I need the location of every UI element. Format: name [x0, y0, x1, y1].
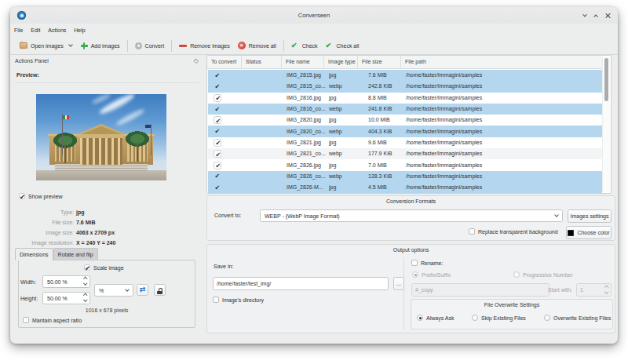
table-row[interactable]: IMG_2816.jpgjpg8.8 MiB/home/faster/Immag… [208, 93, 602, 104]
images-directory-checkbox[interactable] [213, 297, 219, 303]
table-row[interactable]: IMG_2820_co...webp404.3 KiB/home/faster/… [208, 126, 602, 136]
float-panel-icon[interactable]: ◇ [194, 57, 199, 64]
minimize-button[interactable] [583, 13, 586, 18]
row-checkbox[interactable] [214, 116, 221, 124]
swap-icon: ⇄ [140, 286, 146, 293]
replace-transparent-background-checkbox[interactable] [469, 228, 475, 235]
row-checkbox[interactable] [214, 82, 221, 90]
cell-file-path: /home/faster/Immagini/samples [402, 149, 602, 158]
column-header-file-size[interactable]: File size [358, 56, 401, 68]
always-ask-radio[interactable] [417, 315, 423, 321]
column-header-status[interactable]: Status [242, 56, 282, 68]
column-header-image-type[interactable]: Image type [324, 56, 358, 68]
table-scrollbar[interactable] [602, 56, 610, 192]
check-button[interactable]: Check [287, 40, 322, 52]
maintain-aspect-ratio-checkbox[interactable] [23, 317, 29, 323]
column-header-to-convert[interactable]: To convert [207, 56, 242, 68]
menu-file[interactable]: File [10, 25, 27, 35]
row-checkbox[interactable] [214, 94, 221, 102]
table-row[interactable]: IMG_2815_co...webp242.8 KiB/home/faster/… [208, 81, 602, 92]
lock-ratio-button[interactable] [154, 284, 166, 296]
table-row[interactable]: IMG_2820.jpgjpg10.0 MiB/home/faster/Imma… [208, 115, 602, 126]
unit-select[interactable]: % [94, 284, 133, 297]
check-all-button[interactable]: Check all [322, 40, 363, 52]
lock-icon [157, 287, 162, 294]
preview-image [36, 94, 166, 180]
row-checkbox[interactable] [214, 128, 221, 136]
cell-image-type: jpg [325, 71, 359, 80]
start-with-spinbox[interactable]: 1 [576, 283, 612, 297]
convert-button[interactable]: Convert [131, 40, 169, 52]
prefix-suffix-radio[interactable] [412, 271, 418, 278]
open-images-button[interactable]: Open images [16, 40, 76, 51]
cell-file-path: /home/faster/Immagini/samples [402, 93, 602, 103]
cell-file-size: 128.3 KiB [359, 172, 402, 181]
width-spinbox[interactable]: 50.00 % [42, 275, 90, 288]
images-directory-label: Image's directory [222, 297, 264, 303]
row-checkbox[interactable] [214, 139, 221, 147]
show-preview-checkbox[interactable] [19, 193, 25, 199]
divider [403, 257, 404, 330]
table-row[interactable]: IMG_2826-M...jpg4.5 MiB/home/faster/Imma… [208, 182, 602, 193]
cell-file-name: IMG_2815_co... [283, 82, 325, 91]
row-checkbox[interactable] [214, 184, 221, 191]
table-row[interactable]: IMG_2815.jpgjpg7.6 MiB/home/faster/Immag… [208, 70, 602, 81]
progressive-number-radio[interactable] [513, 271, 520, 278]
rename-label: Rename: [421, 260, 443, 266]
file-table: To convertStatusFile nameImage typeFile … [206, 55, 612, 194]
replace-transparent-background-label: Replace transparent background [478, 229, 558, 235]
skip-existing-files-radio[interactable] [472, 315, 478, 321]
cell-file-name: IMG_2826.jpg [283, 161, 325, 170]
row-checkbox[interactable] [214, 173, 221, 180]
choose-color-button[interactable]: Choose color [566, 226, 612, 239]
row-checkbox[interactable] [214, 71, 221, 79]
overwrite-existing-files-radio[interactable] [544, 315, 550, 321]
cell-image-type: webp [325, 172, 359, 181]
cell-file-name: IMG_2826-M... [283, 183, 325, 192]
cell-file-size: 242.8 KiB [359, 82, 402, 91]
table-row[interactable]: IMG_2826_co...webp128.3 KiB/home/faster/… [208, 171, 602, 182]
menu-actions[interactable]: Actions [44, 25, 70, 35]
swap-dimensions-button[interactable]: ⇄ [137, 284, 148, 296]
row-checkbox[interactable] [214, 105, 221, 113]
cell-file-name: IMG_2826_co... [283, 172, 325, 181]
remove-images-button[interactable]: Remove images [175, 41, 234, 51]
menu-edit[interactable]: Edit [27, 25, 44, 35]
cell-file-size: 241.8 KiB [359, 104, 402, 114]
save-path-input[interactable]: /home/faster/test_img/ [213, 277, 389, 290]
cell-file-size: 177.9 KiB [359, 149, 402, 158]
browse-button[interactable]: ... [393, 277, 404, 290]
table-row[interactable]: IMG_2826.jpgjpg7.0 MiB/home/faster/Immag… [208, 159, 602, 170]
add-images-button[interactable]: Add images [76, 39, 124, 52]
row-checkbox[interactable] [214, 162, 221, 169]
rename-checkbox[interactable] [411, 260, 418, 266]
color-swatch [568, 230, 574, 236]
cell-file-path: /home/faster/Immagini/samples [402, 104, 602, 114]
remove-all-button[interactable]: Remove all [234, 39, 280, 52]
table-row[interactable]: IMG_2821_co...webp177.9 KiB/home/faster/… [208, 148, 602, 159]
scrollbar-thumb[interactable] [604, 58, 608, 101]
cell-file-size: 9.6 MiB [359, 138, 402, 147]
images-settings-button[interactable]: Images settings [568, 209, 612, 223]
close-button[interactable] [605, 13, 611, 18]
maximize-button[interactable] [594, 13, 597, 18]
menu-help[interactable]: Help [70, 25, 89, 35]
table-row[interactable]: IMG_2816_co...webp241.8 KiB/home/faster/… [208, 104, 602, 115]
cell-image-type: jpg [325, 115, 359, 125]
height-spinbox[interactable]: 50.00 % [42, 292, 90, 304]
column-header-file-name[interactable]: File name [282, 56, 324, 68]
titlebar[interactable]: Converseen [10, 7, 618, 24]
scale-image-checkbox[interactable] [84, 264, 90, 271]
row-checkbox[interactable] [214, 150, 221, 158]
width-label: Width: [20, 279, 36, 285]
tab-dimensions[interactable]: Dimensions [15, 248, 53, 260]
cell-file-name: IMG_2821.jpg [283, 138, 325, 147]
format-select[interactable]: WEBP - (WebP Image Format) [260, 209, 563, 222]
rename-pattern-input[interactable]: #_copy [411, 283, 550, 297]
tab-rotate-and-flip[interactable]: Rotate and flip [53, 248, 98, 260]
column-header-file-path[interactable]: File path [401, 56, 602, 68]
cell-image-type: jpg [325, 183, 359, 192]
cell-file-path: /home/faster/Immagini/samples [402, 115, 602, 125]
table-row[interactable]: IMG_2821.jpgjpg9.6 MiB/home/faster/Immag… [208, 137, 602, 148]
file-overwrite-settings-title: File Overwrite Settings [411, 302, 612, 308]
